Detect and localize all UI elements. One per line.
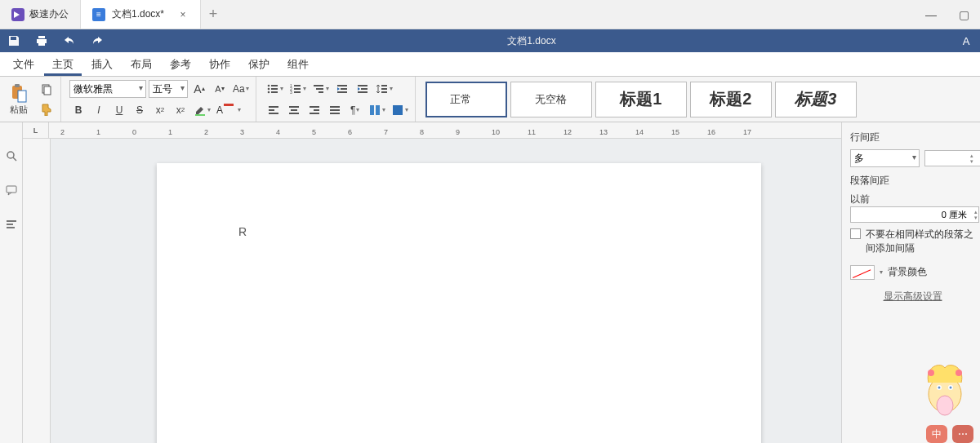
comments-icon[interactable] <box>2 181 20 199</box>
svg-rect-25 <box>358 85 368 86</box>
undo-button[interactable] <box>56 29 83 52</box>
shading-button[interactable]: ▾ <box>390 101 410 119</box>
svg-rect-5 <box>195 114 205 116</box>
menu-component[interactable]: 组件 <box>279 52 317 76</box>
svg-rect-29 <box>381 88 387 90</box>
svg-text:3: 3 <box>290 90 292 95</box>
superscript-button[interactable]: x2 <box>151 101 169 119</box>
decrease-indent-button[interactable] <box>333 80 351 98</box>
document-tab[interactable]: 文档1.docx* × <box>80 0 201 29</box>
svg-rect-34 <box>289 106 299 108</box>
style-no-spacing[interactable]: 无空格 <box>510 82 592 117</box>
align-justify-button[interactable] <box>326 101 344 119</box>
style-heading1[interactable]: 标题1 <box>595 82 687 117</box>
menu-file[interactable]: 文件 <box>5 52 42 76</box>
style-heading3[interactable]: 标题3 <box>775 82 857 117</box>
svg-rect-48 <box>7 186 16 193</box>
svg-rect-19 <box>314 85 323 86</box>
tab-stop-button[interactable]: L <box>23 122 49 138</box>
svg-point-53 <box>937 385 942 390</box>
svg-rect-45 <box>393 105 403 115</box>
window-controls: — ▢ <box>915 0 980 29</box>
underline-button[interactable]: U <box>110 101 128 119</box>
shrink-font-button[interactable]: A▾ <box>211 80 229 98</box>
before-label: 以前 <box>850 193 979 206</box>
quick-access-bar: 文档1.docx A <box>0 29 980 52</box>
svg-point-57 <box>928 370 934 376</box>
number-list-button[interactable]: 123▾ <box>287 80 308 98</box>
document-page[interactable]: R <box>157 163 761 443</box>
bullet-list-button[interactable]: ▾ <box>265 80 285 98</box>
menu-collab[interactable]: 协作 <box>201 52 238 76</box>
svg-point-55 <box>948 385 953 390</box>
clipboard-group: 粘贴 <box>0 77 61 122</box>
svg-rect-31 <box>269 106 278 108</box>
svg-point-52 <box>929 376 961 412</box>
headings-icon[interactable] <box>2 215 20 233</box>
style-heading2[interactable]: 标题2 <box>690 82 772 117</box>
bold-button[interactable]: B <box>69 101 87 119</box>
multilevel-list-button[interactable]: ▾ <box>310 80 331 98</box>
print-button[interactable] <box>28 29 56 52</box>
strike-button[interactable]: S <box>131 101 149 119</box>
subscript-button[interactable]: x2 <box>172 101 189 119</box>
svg-rect-14 <box>294 85 301 86</box>
maximize-button[interactable]: ▢ <box>947 0 980 29</box>
ime-badge-1[interactable]: 中 <box>926 425 947 443</box>
bg-color-label: 背景颜色 <box>888 265 927 279</box>
user-button[interactable]: A <box>952 29 980 52</box>
redo-button[interactable] <box>83 29 111 52</box>
vertical-ruler[interactable] <box>23 139 51 443</box>
line-spacing-value-input[interactable] <box>924 150 980 166</box>
format-painter-button[interactable] <box>38 100 56 118</box>
svg-rect-30 <box>381 91 387 93</box>
svg-rect-41 <box>330 109 340 111</box>
menu-insert[interactable]: 插入 <box>83 52 121 76</box>
align-left-button[interactable] <box>265 101 283 119</box>
show-marks-button[interactable]: ¶▾ <box>346 101 364 119</box>
grow-font-button[interactable]: A▴ <box>190 80 208 98</box>
menu-reference[interactable]: 参考 <box>162 52 199 76</box>
line-spacing-button[interactable]: ▾ <box>374 80 394 98</box>
menu-home[interactable]: 主页 <box>44 52 82 76</box>
svg-rect-20 <box>316 88 323 90</box>
font-name-select[interactable]: 微软雅黑 <box>69 80 146 98</box>
close-tab-icon[interactable]: × <box>177 9 189 20</box>
bg-color-swatch[interactable] <box>850 265 875 280</box>
no-space-same-style-row[interactable]: 不要在相同样式的段落之间添加间隔 <box>850 228 975 255</box>
checkbox-icon[interactable] <box>850 228 861 239</box>
paste-label: 粘贴 <box>10 104 28 116</box>
horizontal-ruler[interactable]: L 2101234567891011121314151617 <box>23 122 841 139</box>
increase-indent-button[interactable] <box>354 80 372 98</box>
change-case-button[interactable]: Aa▾ <box>231 80 251 98</box>
copy-button[interactable] <box>38 81 56 99</box>
svg-rect-36 <box>289 113 299 114</box>
align-center-button[interactable] <box>285 101 303 119</box>
svg-point-46 <box>7 152 14 158</box>
advanced-settings-link[interactable]: 显示高级设置 <box>884 290 942 303</box>
minimize-button[interactable]: — <box>915 0 947 29</box>
save-button[interactable] <box>0 29 28 52</box>
menu-layout[interactable]: 布局 <box>122 52 160 76</box>
para-spacing-label: 段落间距 <box>850 174 975 188</box>
line-spacing-mode-select[interactable]: 多 <box>850 149 920 167</box>
search-icon[interactable] <box>2 147 20 165</box>
app-name: 极速办公 <box>29 7 69 21</box>
align-right-button[interactable] <box>305 101 323 119</box>
font-color-button[interactable]: A▾ <box>215 101 243 119</box>
ime-badge-2[interactable]: ⋯ <box>952 425 973 443</box>
menu-protect[interactable]: 保护 <box>240 52 278 76</box>
italic-button[interactable]: I <box>90 101 108 119</box>
new-tab-button[interactable]: + <box>201 6 225 23</box>
page-scroll[interactable]: R <box>51 139 841 443</box>
merge-button[interactable]: ▾ <box>367 101 387 119</box>
app-tab[interactable]: 极速办公 <box>0 0 80 29</box>
font-size-select[interactable]: 五号 <box>149 80 188 98</box>
paste-button[interactable]: 粘贴 <box>5 83 33 116</box>
style-normal[interactable]: 正常 <box>425 82 507 117</box>
spacing-before-input[interactable] <box>850 206 979 223</box>
highlight-color-button[interactable]: ▾ <box>192 101 212 119</box>
svg-rect-2 <box>18 91 26 102</box>
svg-point-59 <box>937 396 953 415</box>
svg-rect-40 <box>330 106 340 108</box>
